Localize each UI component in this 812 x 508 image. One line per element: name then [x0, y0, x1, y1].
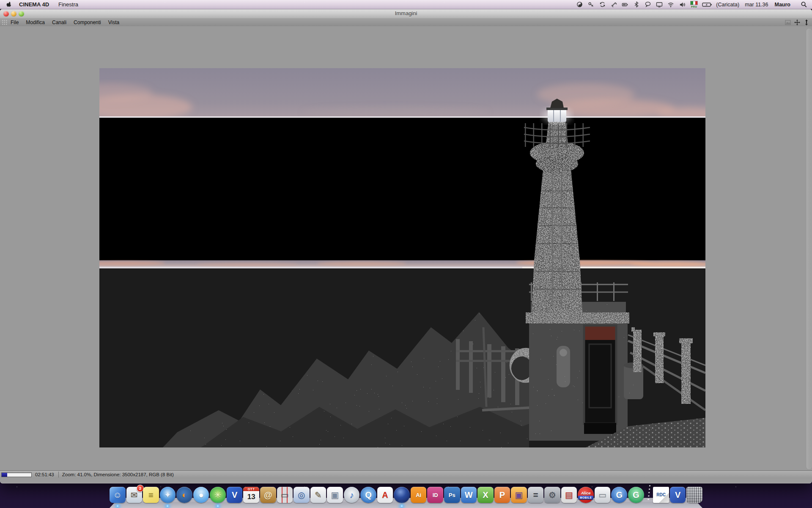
calendar-month: OTT [243, 487, 259, 491]
battery-icon[interactable] [702, 1, 712, 8]
system-menu-bar: CINEMA 4D Finestra [0, 0, 812, 9]
dock-icon-itunes[interactable]: ♪ [344, 487, 360, 503]
modem-icon[interactable] [610, 1, 617, 8]
dock-icon-alice-mobile[interactable]: AliceMOBILE [578, 487, 594, 503]
running-indicator [115, 504, 119, 508]
dock-icon-tools-folder[interactable]: ✎ [310, 487, 326, 503]
dock-icon-indesign[interactable]: ID [427, 487, 443, 503]
dock-icon-finder[interactable]: ☺ [110, 487, 126, 503]
igetter-home-glyph: G [616, 491, 623, 499]
running-indicator [400, 504, 404, 508]
dock-icon-acrobat[interactable]: A [377, 487, 393, 503]
powerpoint-glyph: P [499, 491, 505, 499]
dock-icon-word[interactable]: W [461, 487, 477, 503]
render-progress-fill [2, 473, 7, 477]
apple-menu[interactable] [6, 1, 11, 8]
illustrator-glyph: Ai [416, 492, 421, 498]
iphoto-glyph: ▣ [331, 491, 339, 499]
menu-app-name[interactable]: CINEMA 4D [19, 1, 49, 8]
dock-icon-firefox[interactable]: ◐ [176, 487, 192, 503]
dock-icon-quicktime[interactable]: Q [360, 487, 376, 503]
dock-icon-safari[interactable]: ✦ [160, 487, 176, 503]
running-indicator [166, 504, 170, 508]
dock-icon-rdc-document[interactable]: RDC [653, 487, 669, 503]
dock-icon-scanner[interactable]: ▭ [595, 487, 611, 503]
airport-wifi-icon[interactable] [667, 1, 675, 8]
picture-icon[interactable] [785, 19, 791, 25]
menu-canali[interactable]: Canali [52, 19, 66, 25]
dock-icon-ical[interactable]: OTT13 [243, 487, 259, 503]
volume-icon[interactable] [678, 1, 686, 8]
documents-vuze-glyph: V [675, 491, 680, 499]
dock-icon-limewire[interactable]: ✳ [210, 487, 226, 503]
dock-icon-cinema4d[interactable] [394, 487, 410, 503]
input-italian-flag-icon[interactable]: PRO [690, 1, 698, 8]
status-bar: 02:51:43 Zoom: 41.0%, Dimensione: 3500x2… [0, 470, 812, 478]
dock-icon-stickies[interactable]: ≡ [143, 487, 159, 503]
pan-move-icon[interactable] [794, 19, 800, 25]
menu-componenti[interactable]: Componenti [74, 19, 101, 25]
dock-icon-transmit[interactable]: ▣ [511, 487, 527, 503]
scanner-glyph: ▭ [598, 491, 606, 499]
dock-icon-red-books[interactable]: ▤ [561, 487, 577, 503]
photoshop-glyph: Ps [449, 492, 455, 498]
dock-icon-excel[interactable]: X [477, 487, 494, 503]
dock-icon-igetter-down[interactable]: G [628, 487, 644, 503]
render-progress-bar [1, 472, 32, 477]
dock-icon-trash[interactable] [686, 487, 702, 503]
dock-icon-documents-vuze[interactable]: V [670, 487, 686, 503]
dock-icon-illustrator[interactable]: Ai [411, 487, 427, 503]
window-title-bar[interactable]: Immagini [0, 9, 812, 19]
menu-clock[interactable]: mar 11.36 [745, 2, 768, 8]
render-image [99, 68, 705, 447]
menu-file[interactable]: File [11, 19, 19, 25]
acrobat-glyph: A [382, 491, 388, 499]
limewire-glyph: ✳ [214, 491, 222, 499]
itunes-glyph: ♪ [349, 491, 354, 499]
excel-glyph: X [483, 491, 488, 499]
keychain-icon[interactable] [587, 1, 595, 8]
vertical-scrollbar[interactable] [807, 29, 812, 469]
dock-icon-vuze[interactable]: V [227, 487, 243, 503]
safari-glyph: ✦ [164, 491, 171, 499]
elapsed-time: 02:51:43 [35, 472, 54, 477]
dock-icon-parallels[interactable]: ▭ [277, 487, 293, 503]
dock-icon-ichat[interactable]: ● [193, 487, 209, 503]
resize-updown-icon[interactable] [803, 19, 809, 25]
sync-icon[interactable] [598, 1, 606, 8]
dock-icon-toast[interactable]: ◎ [294, 487, 310, 503]
running-indicator [216, 504, 220, 508]
keyboard-battery-icon[interactable] [621, 1, 629, 8]
viewer-menu-bar: File Modifica Canali Componenti Vista [0, 18, 812, 27]
quicktime-glyph: Q [365, 491, 372, 499]
dock-icon-iphoto[interactable]: ▣ [327, 487, 343, 503]
status-separator [58, 472, 59, 478]
finder-glyph: ☺ [113, 491, 122, 499]
battery-status-label[interactable]: (Caricata) [716, 2, 739, 8]
dock-icon-photoshop[interactable]: Ps [444, 487, 460, 503]
dock-icon-calculator[interactable]: = [528, 487, 544, 503]
stickies-glyph: ≡ [148, 491, 154, 499]
dock-icon-system-preferences[interactable]: ⚙ [544, 487, 560, 503]
red-books-glyph: ▤ [565, 491, 573, 499]
dock-icon-powerpoint[interactable]: P [494, 487, 510, 503]
grip-handle-icon[interactable] [2, 19, 7, 25]
ichat-menu-icon[interactable] [644, 1, 652, 8]
menu-finestra[interactable]: Finestra [58, 1, 78, 8]
fast-user-switch-label[interactable]: Mauro [775, 2, 791, 8]
dock-icon-mail[interactable]: ✉2 [126, 487, 143, 503]
viewer-content-area [0, 26, 812, 480]
alice-label: Alice [581, 491, 591, 495]
displays-icon[interactable] [656, 1, 663, 8]
rdc-document-glyph: RDC [656, 493, 666, 497]
firefox-glyph: ◐ [182, 491, 187, 499]
dock-icon-addressbook[interactable]: @ [260, 487, 276, 503]
parallels-glyph: ▭ [281, 491, 289, 499]
bluetooth-icon[interactable] [633, 1, 640, 8]
dock-icon-igetter-home[interactable]: G [611, 487, 627, 503]
alice-mobile-label: MOBILE [578, 496, 593, 500]
menu-modifica[interactable]: Modifica [26, 19, 45, 25]
time-machine-icon[interactable] [576, 1, 583, 8]
menu-vista[interactable]: Vista [108, 19, 119, 25]
spotlight-icon[interactable] [800, 1, 808, 8]
